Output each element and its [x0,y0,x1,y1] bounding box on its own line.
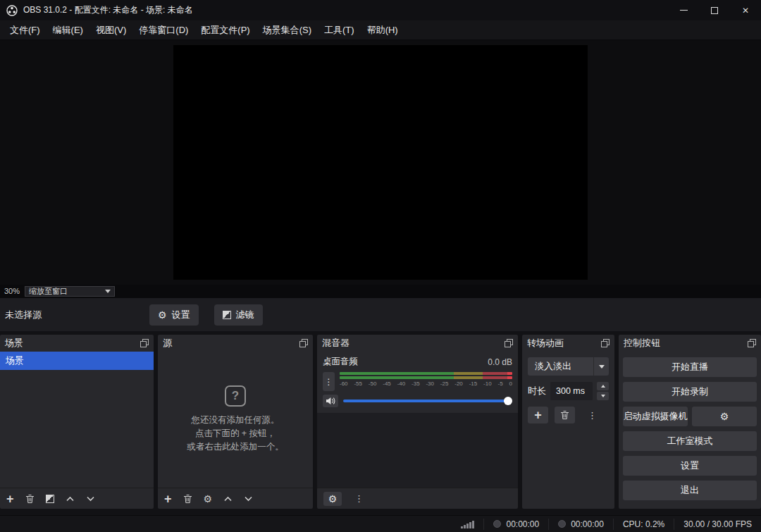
meter-tick: -5 [497,381,502,387]
volume-meter-bar-left [340,372,512,375]
advanced-audio-properties-button[interactable]: ⚙ [323,492,342,506]
menu-help[interactable]: 帮助(H) [361,20,404,40]
popout-icon [748,339,756,347]
start-recording-button[interactable]: 开始录制 [623,382,757,402]
kebab-menu-icon: ⋮ [588,410,597,421]
mixer-channel-name: 桌面音频 [323,356,358,368]
move-source-down-button[interactable] [244,496,253,502]
dock-area: 场景 场景 + [0,331,761,515]
transition-select-value: 淡入淡出 [528,357,593,376]
sources-empty-line3: 或者右击此处添加一个。 [187,440,284,454]
minimize-button[interactable] [668,0,699,20]
remove-transition-button[interactable] [555,407,575,423]
menu-scene-collection[interactable]: 场景集合(S) [256,20,318,40]
virtual-camera-settings-button[interactable]: ⚙ [692,407,757,426]
zoom-level: 30% [4,287,20,295]
close-button[interactable]: ✕ [730,0,761,20]
mixer-empty-area [317,413,518,488]
selected-source-status: 未选择源 [0,309,149,321]
popout-icon [505,339,513,347]
add-scene-button[interactable]: + [6,493,14,505]
fps-value: 30.00 / 30.00 FPS [683,519,752,529]
start-virtual-camera-button[interactable]: 启动虚拟摄像机 [623,407,688,426]
controls-dock-title: 控制按钮 [624,337,660,349]
add-transition-button[interactable]: + [528,407,548,423]
sources-dock: 源 ? 您还没有添加任何源。 点击下面的 + 按钮， 或者右击此处添加一个。 + [158,335,313,509]
record-status-icon [493,520,501,528]
source-properties-label: 设置 [172,309,190,321]
meter-tick: -15 [469,381,478,387]
filter-icon [223,311,231,319]
plus-icon: + [164,493,172,505]
mixer-dock-header: 混音器 [317,335,518,352]
transition-select-arrow[interactable] [593,357,609,376]
audio-mixer-dock: 混音器 桌面音频 0.0 dB ⋮ -60 [317,335,518,509]
mixer-channel-volume-db: 0.0 dB [488,357,512,367]
scenes-toolbar: + [0,488,154,509]
source-filters-button[interactable]: 滤镜 [214,304,263,326]
scene-item-selected[interactable]: 场景 [0,352,154,370]
menubar: 文件(F) 编辑(E) 视图(V) 停靠窗口(D) 配置文件(P) 场景集合(S… [0,20,761,40]
mixer-channel-menu-button[interactable]: ⋮ [323,372,335,391]
zoom-mode-select[interactable]: 缩放至窗口 [25,286,115,297]
recording-timer: 00:00:00 [483,519,548,530]
trash-icon [25,494,35,504]
menu-tools[interactable]: 工具(T) [318,20,361,40]
menu-view[interactable]: 视图(V) [89,20,132,40]
exit-button[interactable]: 退出 [623,481,757,500]
settings-button[interactable]: 设置 [623,456,757,476]
duration-decrease-button[interactable] [597,392,609,400]
cpu-usage-value: CPU: 0.2% [623,519,664,529]
chevron-down-icon [601,395,605,397]
kebab-menu-icon: ⋮ [325,377,333,387]
studio-mode-button[interactable]: 工作室模式 [623,431,757,451]
obs-logo-icon [6,5,18,16]
remove-source-button[interactable] [183,494,192,504]
mixer-toolbar: ⚙ ⋮ [317,488,518,509]
trash-icon [560,410,569,420]
add-source-button[interactable]: + [164,493,172,505]
scenes-dock: 场景 场景 + [0,335,154,509]
popout-icon [299,339,308,347]
move-scene-down-button[interactable] [86,496,95,502]
menu-docks[interactable]: 停靠窗口(D) [132,20,194,40]
sources-empty-line1: 您还没有添加任何源。 [187,414,284,427]
volume-meter: -60 -55 -50 -45 -40 -35 -30 -25 -20 -15 … [340,372,512,391]
duration-increase-button[interactable] [597,382,609,390]
scene-filters-button[interactable] [46,495,54,503]
obs-main-window: OBS 31.0.2 - 配置文件: 未命名 - 场景: 未命名 ✕ 文件(F)… [0,0,761,532]
preview-canvas[interactable] [173,45,588,280]
duration-input[interactable]: 300 ms [550,382,593,400]
move-source-up-button[interactable] [223,496,233,502]
source-properties-button[interactable]: ⚙ 设置 [149,304,199,326]
meter-tick: -55 [354,381,362,387]
volume-slider-handle[interactable] [504,397,512,405]
volume-slider[interactable] [343,396,512,406]
sources-empty-state[interactable]: ? 您还没有添加任何源。 点击下面的 + 按钮， 或者右击此处添加一个。 [158,352,313,488]
preview-area [0,40,761,285]
gear-icon: ⚙ [158,310,167,320]
volume-meter-scale: -60 -55 -50 -45 -40 -35 -30 -25 -20 -15 … [340,381,512,387]
signal-bars-icon [461,520,474,528]
source-properties-toolbar-button[interactable]: ⚙ [204,494,213,504]
statusbar: 00:00:00 00:00:00 CPU: 0.2% 30.00 / 30.0… [0,515,761,532]
start-streaming-button[interactable]: 开始直播 [623,357,757,377]
mute-button[interactable] [323,395,338,407]
network-status [452,519,483,530]
menu-file[interactable]: 文件(F) [4,20,47,40]
menu-profile[interactable]: 配置文件(P) [194,20,256,40]
scene-list: 场景 [0,352,154,488]
move-scene-up-button[interactable] [66,496,75,502]
transition-properties-button[interactable]: ⋮ [588,410,597,421]
kebab-menu-icon: ⋮ [354,493,364,504]
mixer-menu-button[interactable]: ⋮ [354,493,364,504]
menu-edit[interactable]: 编辑(E) [47,20,89,40]
meter-tick: -25 [440,381,449,387]
maximize-button[interactable] [699,0,730,20]
remove-scene-button[interactable] [25,494,35,504]
recording-time: 00:00:00 [506,519,539,529]
transition-select[interactable]: 淡入淡出 [528,357,609,376]
mixer-dock-title: 混音器 [322,337,349,349]
controls-dock: 控制按钮 开始直播 开始录制 启动虚拟摄像机 ⚙ 工作室模式 设置 退出 [619,335,761,509]
volume-slider-track [343,400,511,402]
